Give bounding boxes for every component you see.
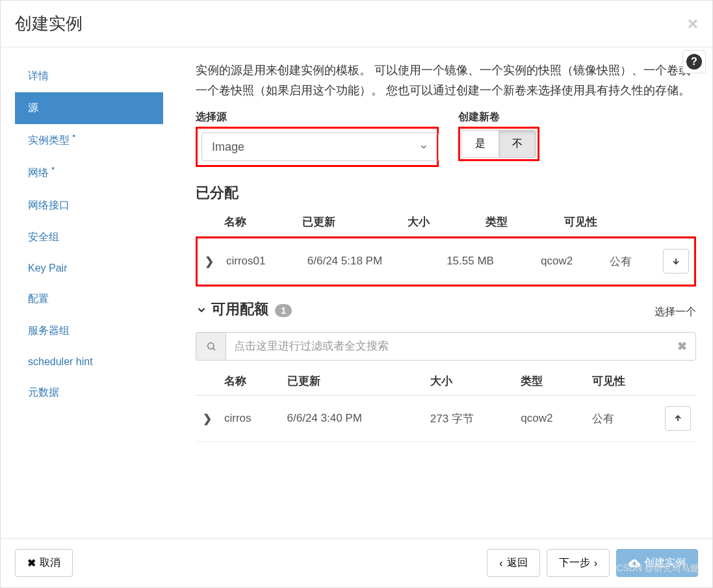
col-visibility: 可见性 [587,367,660,396]
create-instance-button[interactable]: 创建实例 [616,549,698,577]
source-description: 实例的源是用来创建实例的模板。 可以使用一个镜像、一个实例的快照（镜像快照）、一… [196,60,696,100]
modal-title: 创建实例 [15,12,83,35]
select-source-dropdown[interactable]: Image [201,133,439,161]
chevron-down-icon [196,304,207,316]
nav-keypair[interactable]: Key Pair [15,253,163,283]
select-source-label: 选择源 [196,110,439,124]
close-icon[interactable]: × [688,14,698,34]
available-heading-row: 可用配额 1 选择一个 [196,300,696,324]
col-updated: 已更新 [297,208,402,236]
search-icon [206,341,216,352]
cell-name: cirros01 [221,238,302,285]
cell-type: qcow2 [536,238,604,285]
cell-visibility: 公有 [604,238,658,285]
arrow-up-icon [673,414,682,423]
expand-row-icon[interactable]: ❯ [196,396,219,442]
col-updated: 已更新 [282,367,425,396]
cancel-button[interactable]: ✖ 取消 [15,549,73,577]
nav-server-groups[interactable]: 服务器组 [15,315,163,347]
allocated-heading: 已分配 [196,183,696,203]
select-source-value: Image [212,140,244,154]
cell-size: 15.55 MB [441,238,536,285]
svg-line-2 [213,348,215,350]
col-name: 名称 [219,208,297,236]
col-size: 大小 [402,208,480,236]
create-volume-highlight: 是 不 [458,127,539,161]
required-icon: * [72,133,75,141]
svg-point-1 [207,343,213,349]
cell-updated: 6/6/24 3:40 PM [282,396,425,442]
create-instance-modal: 创建实例 × ? 详情 源 实例类型 * 网络 * 网络接口 安全组 Key P… [0,0,713,588]
modal-body: 详情 源 实例类型 * 网络 * 网络接口 安全组 Key Pair 配置 服务… [1,47,712,538]
create-volume-label: 创建新卷 [458,110,539,124]
chevron-right-icon: › [594,557,597,569]
nav-network-ports[interactable]: 网络接口 [15,190,163,222]
nav-security-groups[interactable]: 安全组 [15,222,163,253]
nav-details[interactable]: 详情 [15,60,163,92]
volume-no-button[interactable]: 不 [499,130,536,158]
back-button[interactable]: ‹ 返回 [487,549,539,577]
create-volume-toggle: 是 不 [461,130,536,158]
available-heading[interactable]: 可用配额 1 [196,300,292,319]
nav-scheduler-hint[interactable]: scheduler hint [15,347,163,377]
table-row: ❯ cirros01 6/6/24 5:18 PM 15.55 MB qcow2… [198,238,694,285]
cloud-upload-icon [629,557,640,569]
available-table: 名称 已更新 大小 类型 可见性 ❯ cirros 6/6/24 3:40 PM… [196,367,696,442]
expand-row-icon[interactable]: ❯ [198,238,221,285]
cell-updated: 6/6/24 5:18 PM [302,238,441,285]
nav-metadata[interactable]: 元数据 [15,377,163,409]
nav-config[interactable]: 配置 [15,283,163,315]
cell-type: qcow2 [515,396,586,442]
wizard-sidebar: 详情 源 实例类型 * 网络 * 网络接口 安全组 Key Pair 配置 服务… [1,47,163,538]
modal-header: 创建实例 × [1,1,712,47]
col-name: 名称 [219,367,282,396]
content-pane: 实例的源是用来创建实例的模板。 可以使用一个镜像、一个实例的快照（镜像快照）、一… [163,47,712,538]
cell-visibility: 公有 [587,396,660,442]
next-button[interactable]: 下一步 › [547,549,610,577]
close-icon: ✖ [27,557,36,569]
deallocate-button[interactable] [663,249,689,274]
help-icon: ? [686,54,702,70]
modal-footer: ✖ 取消 ‹ 返回 下一步 › 创建实例 [1,538,712,587]
search-input[interactable] [226,332,696,361]
cell-size: 273 字节 [425,396,515,442]
col-type: 类型 [515,367,586,396]
source-form-row: 选择源 Image 创建新卷 是 不 [196,110,696,167]
allocate-button[interactable] [665,406,691,431]
nav-source[interactable]: 源 [15,92,163,124]
footer-right: ‹ 返回 下一步 › 创建实例 [487,549,698,577]
select-source-highlight: Image [196,127,439,167]
allocated-header-table: 名称 已更新 大小 类型 可见性 [196,208,696,236]
required-icon: * [51,166,54,173]
create-volume-group: 创建新卷 是 不 [458,110,539,167]
col-type: 类型 [480,208,558,236]
help-button[interactable]: ? [682,50,706,73]
nav-flavor[interactable]: 实例类型 * [15,124,163,157]
search-wrap: ✖ [226,332,696,361]
table-row: ❯ cirros 6/6/24 3:40 PM 273 字节 qcow2 公有 [196,396,696,442]
select-one-label: 选择一个 [655,305,696,319]
clear-search-icon[interactable]: ✖ [677,339,687,353]
search-icon-box[interactable] [196,332,226,361]
col-visibility: 可见性 [559,208,664,236]
volume-yes-button[interactable]: 是 [461,130,499,158]
cell-name: cirros [219,396,282,442]
allocated-table: ❯ cirros01 6/6/24 5:18 PM 15.55 MB qcow2… [198,238,694,285]
nav-network[interactable]: 网络 * [15,157,163,189]
arrow-down-icon [671,257,681,266]
col-size: 大小 [425,367,515,396]
search-row: ✖ [196,332,696,361]
allocated-row-highlight: ❯ cirros01 6/6/24 5:18 PM 15.55 MB qcow2… [196,236,696,287]
available-count-badge: 1 [275,304,292,317]
select-source-group: 选择源 Image [196,110,439,167]
chevron-down-icon [419,142,428,151]
chevron-left-icon: ‹ [499,557,502,569]
